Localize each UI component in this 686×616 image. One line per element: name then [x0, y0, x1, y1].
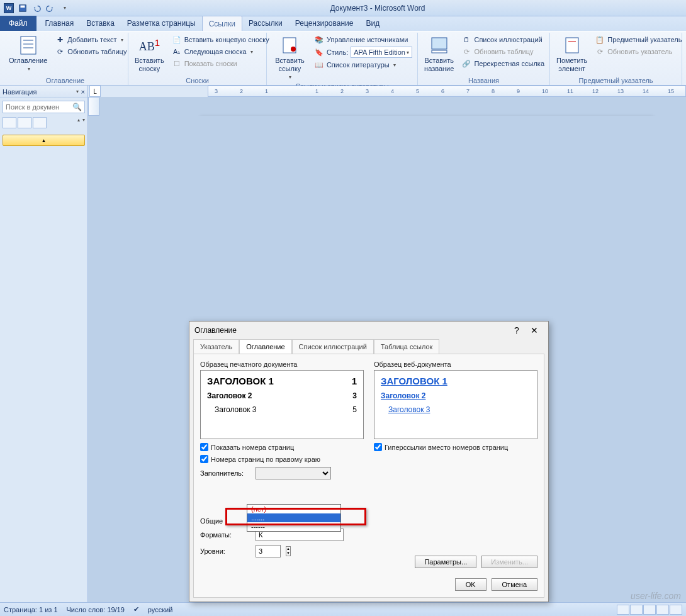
leader-label: Заполнитель: — [200, 469, 250, 477]
insert-caption-label: Вставить название — [424, 57, 454, 73]
mark-entry-button[interactable]: Пометить элемент — [554, 34, 590, 74]
horizontal-ruler[interactable]: 321 123 456 789 101112 131415 1617 — [208, 86, 686, 97]
dialog-tab-index[interactable]: Указатель — [193, 339, 239, 354]
view-fullscreen[interactable] — [630, 605, 643, 615]
search-icon[interactable]: 🔍 — [72, 103, 82, 111]
spinner-up-icon[interactable]: ▲ — [286, 547, 290, 551]
view-web-layout[interactable] — [643, 605, 656, 615]
next-footnote-icon: A₁ — [172, 47, 182, 57]
insert-footnote-button[interactable]: AB1 Вставить сноску — [132, 34, 167, 74]
update-toc-button[interactable]: ⟳Обновить таблицу — [53, 46, 128, 57]
spinner-down-icon[interactable]: ▼ — [286, 551, 290, 556]
nav-prev-icon[interactable]: ▴ — [77, 117, 80, 128]
save-icon[interactable] — [16, 2, 29, 14]
next-footnote-button[interactable]: A₁Следующая сноска▾ — [171, 46, 271, 57]
insert-citation-button[interactable]: Вставить ссылку▾ — [271, 34, 309, 82]
nav-collapse-button[interactable]: ▲ — [3, 135, 85, 146]
cancel-button[interactable]: Отмена — [492, 578, 537, 591]
options-button[interactable]: Параметры... — [415, 556, 476, 568]
update-tof-icon: ⟳ — [461, 47, 471, 57]
levels-spinner[interactable] — [256, 545, 281, 557]
leader-option-none[interactable]: (нет) — [247, 505, 340, 513]
vertical-ruler[interactable] — [88, 97, 99, 116]
svg-point-7 — [291, 47, 296, 52]
dialog-tab-toc[interactable]: Оглавление — [239, 339, 291, 354]
close-icon[interactable]: ✕ — [526, 325, 543, 335]
toc-dialog: Оглавление ? ✕ Указатель Оглавление Спис… — [189, 321, 549, 602]
insert-index-button[interactable]: 📋Предметный указатель — [593, 34, 683, 45]
tab-references[interactable]: Ссылки — [202, 16, 242, 31]
status-language[interactable]: русский — [148, 606, 172, 613]
svg-rect-2 — [21, 36, 36, 54]
bibliography-button[interactable]: 📖Список литературы▾ — [313, 59, 413, 70]
footnotes-group-title: Сноски — [132, 76, 262, 85]
toc-button-label: Оглавление — [9, 57, 47, 65]
tab-page-layout[interactable]: Разметка страницы — [121, 16, 202, 31]
leader-option-dots[interactable]: ....... — [247, 513, 340, 522]
leader-option-dashes[interactable]: ------ — [247, 522, 340, 531]
web-preview-box: ЗАГОЛОВОК 1 Заголовок 2 Заголовок 3 — [374, 370, 537, 439]
tab-view[interactable]: Вид — [359, 16, 386, 31]
status-page[interactable]: Страница: 1 из 1 — [4, 606, 58, 613]
view-draft[interactable] — [670, 605, 682, 615]
right-align-checkbox[interactable]: Номера страниц по правому краю — [200, 455, 364, 463]
add-text-button[interactable]: ✚Добавить текст▾ — [53, 34, 128, 45]
hyperlinks-checkbox[interactable]: Гиперссылки вместо номеров страниц — [374, 443, 537, 451]
nav-search-box[interactable]: 🔍 — [3, 101, 85, 113]
svg-rect-9 — [432, 50, 447, 53]
ok-button[interactable]: OK — [455, 578, 486, 591]
help-icon[interactable]: ? — [508, 325, 526, 335]
ruler-toggle-button[interactable]: L — [89, 86, 101, 97]
update-tof-button[interactable]: ⟳Обновить таблицу — [460, 46, 546, 57]
caption-icon — [429, 35, 449, 55]
nav-search-input[interactable] — [6, 103, 72, 111]
window-title: Документ3 - Microsoft Word — [72, 4, 683, 13]
redo-icon[interactable] — [44, 2, 57, 14]
show-pagenum-checkbox[interactable]: Показать номера страниц — [200, 443, 364, 451]
status-bar: Страница: 1 из 1 Число слов: 19/19 ✔ рус… — [0, 602, 686, 616]
show-footnotes-button[interactable]: ☐Показать сноски — [171, 58, 271, 69]
leader-combobox[interactable] — [256, 467, 331, 479]
nav-view-results[interactable] — [33, 117, 47, 128]
modify-button[interactable]: Изменить... — [481, 556, 537, 568]
insert-tof-button[interactable]: 🗒Список иллюстраций — [460, 34, 546, 45]
file-tab[interactable]: Файл — [0, 16, 37, 31]
undo-icon[interactable] — [30, 2, 43, 14]
tab-home[interactable]: Главная — [39, 16, 81, 31]
citation-style-selector[interactable]: 🔖Стиль: APA Fifth Edition▾ — [313, 46, 413, 59]
spellcheck-icon[interactable]: ✔ — [133, 605, 139, 613]
nav-dropdown-icon[interactable]: ▾ — [76, 89, 79, 94]
nav-view-pages[interactable] — [18, 117, 31, 128]
tab-mailings[interactable]: Рассылки — [242, 16, 289, 31]
cross-reference-button[interactable]: 🔗Перекрестная ссылка — [460, 58, 546, 69]
update-index-button[interactable]: ⟳Обновить указатель — [593, 46, 683, 57]
style-icon: 🔖 — [314, 47, 324, 57]
dialog-title: Оглавление — [194, 326, 237, 335]
navigation-header: Навигация ▾ × — [0, 86, 87, 98]
leader-dropdown-list[interactable]: (нет) ....... ------ — [247, 504, 341, 532]
dialog-tab-tof[interactable]: Список иллюстраций — [292, 339, 374, 354]
tab-insert[interactable]: Вставка — [80, 16, 121, 31]
nav-next-icon[interactable]: ▾ — [82, 117, 85, 128]
view-outline[interactable] — [656, 605, 669, 615]
view-print-layout[interactable] — [617, 605, 629, 615]
nav-close-icon[interactable]: × — [81, 88, 85, 96]
watermark: user-life.com — [631, 591, 681, 601]
word-app-icon[interactable]: W — [3, 2, 15, 14]
svg-rect-8 — [432, 38, 447, 49]
bibliography-icon: 📖 — [314, 60, 324, 70]
manage-sources-button[interactable]: 📚Управление источниками — [313, 34, 413, 45]
mark-entry-icon — [562, 35, 582, 55]
nav-view-headings[interactable] — [3, 117, 16, 128]
insert-endnote-button[interactable]: 📄Вставить концевую сноску — [171, 34, 271, 45]
print-preview-label: Образец печатного документа — [200, 361, 364, 368]
status-word-count[interactable]: Число слов: 19/19 — [67, 606, 125, 613]
toc-button[interactable]: Оглавление▾ — [6, 34, 50, 74]
insert-caption-button[interactable]: Вставить название — [422, 34, 456, 74]
dialog-tab-toa[interactable]: Таблица ссылок — [374, 339, 440, 354]
add-text-icon: ✚ — [55, 35, 65, 45]
dialog-titlebar[interactable]: Оглавление ? ✕ — [189, 322, 548, 339]
qat-customize-icon[interactable]: ▾ — [58, 2, 70, 14]
toc-icon — [18, 35, 38, 55]
tab-review[interactable]: Рецензирование — [289, 16, 360, 31]
